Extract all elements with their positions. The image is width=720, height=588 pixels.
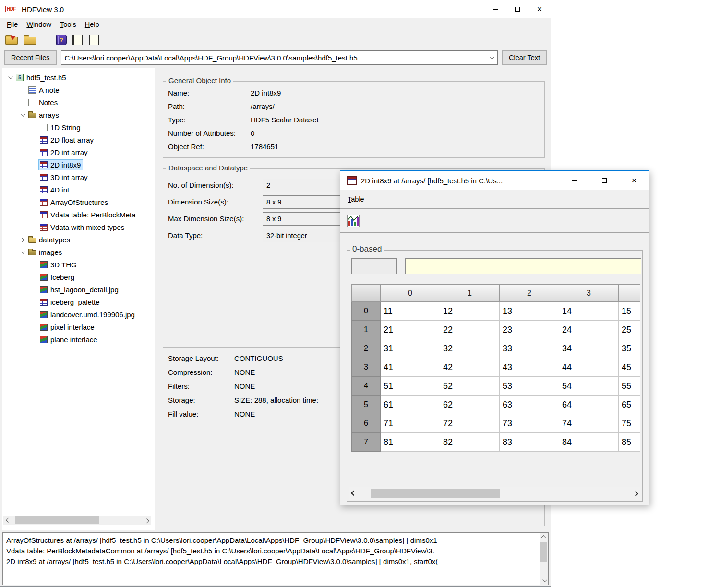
expander-icon[interactable]: [17, 251, 27, 254]
tree-item-landcover[interactable]: landcover.umd.199906.jpg: [2, 308, 155, 321]
close-file-button[interactable]: [23, 34, 37, 46]
row-header[interactable]: 1: [352, 321, 381, 339]
expander-icon[interactable]: [17, 113, 27, 117]
tree-item-iceberg[interactable]: Iceberg: [2, 271, 155, 283]
combobox-dropdown-button[interactable]: [486, 51, 497, 64]
table-cell[interactable]: 13: [500, 302, 559, 321]
table-window-titlebar[interactable]: 2D int8x9 at /arrays/ [hdf5_test.h5 in C…: [340, 171, 649, 190]
table-cell[interactable]: 22: [440, 321, 500, 339]
row-header[interactable]: 3: [352, 358, 381, 377]
table-cell[interactable]: 24: [559, 321, 619, 339]
tree-item-datatypes[interactable]: datatypes: [2, 233, 155, 246]
table-cell[interactable]: 34: [559, 339, 619, 358]
scroll-right-button[interactable]: [143, 516, 151, 525]
table-cell[interactable]: 51: [381, 377, 440, 396]
table-cell[interactable]: 65: [619, 396, 640, 414]
table-cell[interactable]: 63: [500, 396, 559, 414]
tree-item-hst-lagoon-detail[interactable]: hst_lagoon_detail.jpg: [2, 283, 155, 296]
row-header[interactable]: 4: [352, 377, 381, 396]
table-horizontal-scrollbar[interactable]: [349, 487, 640, 500]
table-cell[interactable]: 55: [619, 377, 640, 396]
table-cell[interactable]: 61: [381, 396, 440, 414]
file-path-combobox[interactable]: C:\Users\lori.cooper\AppData\Local\Apps\…: [61, 50, 498, 65]
tree-item-iceberg-palette[interactable]: iceberg_palette: [2, 296, 155, 308]
table-cell[interactable]: 71: [381, 414, 440, 433]
table-cell[interactable]: 15: [619, 302, 640, 321]
table-cell[interactable]: 25: [619, 321, 640, 339]
table-cell[interactable]: 41: [381, 358, 440, 377]
tree-item-arrays[interactable]: arrays: [2, 108, 155, 121]
scroll-right-button[interactable]: [632, 487, 640, 500]
expander-icon[interactable]: [17, 238, 27, 241]
table-cell[interactable]: 35: [619, 339, 640, 358]
table-cell[interactable]: 72: [440, 414, 500, 433]
table-cell[interactable]: 75: [619, 414, 640, 433]
row-header[interactable]: 0: [352, 302, 381, 321]
tree-item-pixel-interlace[interactable]: pixel interlace: [2, 321, 155, 333]
table-cell[interactable]: 54: [559, 377, 619, 396]
table-cell[interactable]: 12: [440, 302, 500, 321]
menu-tools[interactable]: Tools: [56, 18, 81, 31]
table-cell[interactable]: 43: [500, 358, 559, 377]
tree-item-3d-thg[interactable]: 3D THG: [2, 258, 155, 271]
table-cell[interactable]: 52: [440, 377, 500, 396]
open-file-button[interactable]: [4, 34, 19, 46]
tree-item-vdata-table-perblockmetadata[interactable]: Vdata table: PerBlockMeta: [2, 208, 155, 221]
table-cell[interactable]: 45: [619, 358, 640, 377]
column-header[interactable]: 0: [381, 285, 440, 302]
tree-item-2d-int-array[interactable]: 2D int array: [2, 146, 155, 158]
column-header[interactable]: 1: [440, 285, 500, 302]
scrollbar-track[interactable]: [12, 516, 143, 525]
row-header[interactable]: 5: [352, 396, 381, 414]
table-cell[interactable]: 84: [559, 433, 619, 452]
tree-item-plane-interlace[interactable]: plane interlace: [2, 333, 155, 346]
table-cell[interactable]: 31: [381, 339, 440, 358]
menu-table[interactable]: Table: [343, 193, 369, 205]
menu-window[interactable]: Window: [22, 18, 56, 31]
table-cell[interactable]: 85: [619, 433, 640, 452]
tree-item-3d-int-array[interactable]: 3D int array: [2, 171, 155, 183]
hdf5-library-button[interactable]: [88, 34, 100, 46]
tree-item-hdf5-test-h5[interactable]: hdf5_test.h5: [2, 71, 155, 84]
help-button[interactable]: [55, 34, 68, 46]
scrollbar-thumb[interactable]: [371, 489, 500, 498]
scrollbar-track[interactable]: [540, 541, 548, 576]
table-cell[interactable]: 42: [440, 358, 500, 377]
tree-item-vdata-with-mixed-types[interactable]: Vdata with mixed types: [2, 221, 155, 233]
tree-item-2d-int8x9[interactable]: 2D int8x9: [2, 158, 155, 171]
row-header[interactable]: 2: [352, 339, 381, 358]
table-cell[interactable]: 64: [559, 396, 619, 414]
scrollbar-track[interactable]: [358, 487, 632, 500]
row-header[interactable]: 7: [352, 433, 381, 452]
table-cell[interactable]: 44: [559, 358, 619, 377]
menu-help[interactable]: Help: [81, 18, 104, 31]
row-header[interactable]: 6: [352, 414, 381, 433]
tree-item-4d-int[interactable]: 4D int: [2, 183, 155, 196]
maximize-button[interactable]: [589, 171, 619, 190]
table-cell[interactable]: 74: [559, 414, 619, 433]
scrollbar-thumb[interactable]: [540, 542, 547, 562]
tree-item-images[interactable]: images: [2, 246, 155, 258]
tree-item-2d-float-array[interactable]: 2D float array: [2, 133, 155, 146]
tree-item-a-note[interactable]: A note: [2, 84, 155, 96]
open-chart-button[interactable]: [346, 214, 360, 228]
scrollbar-thumb[interactable]: [15, 516, 99, 524]
close-button[interactable]: ×: [619, 171, 649, 190]
minimize-button[interactable]: [484, 0, 506, 18]
recent-files-button[interactable]: Recent Files: [4, 50, 57, 65]
table-cell[interactable]: 23: [500, 321, 559, 339]
table-cell[interactable]: 33: [500, 339, 559, 358]
table-cell[interactable]: 82: [440, 433, 500, 452]
column-header[interactable]: 2: [500, 285, 559, 302]
table-cell[interactable]: 83: [500, 433, 559, 452]
menu-file[interactable]: File: [2, 18, 22, 31]
table-cell[interactable]: 11: [381, 302, 440, 321]
table-cell[interactable]: 21: [381, 321, 440, 339]
clear-text-button[interactable]: Clear Text: [502, 50, 547, 65]
column-header[interactable]: 3: [559, 285, 619, 302]
table-cell[interactable]: 14: [559, 302, 619, 321]
table-cell[interactable]: 62: [440, 396, 500, 414]
scroll-up-button[interactable]: [540, 533, 548, 541]
maximize-button[interactable]: [506, 0, 528, 18]
table-cell[interactable]: 53: [500, 377, 559, 396]
